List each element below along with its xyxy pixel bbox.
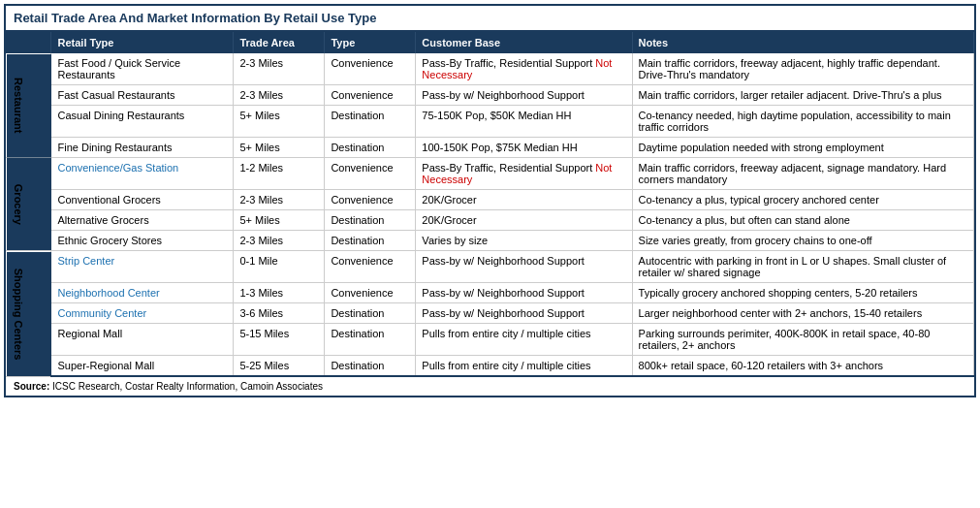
table-row: Alternative Grocers5+ MilesDestination20… [6, 210, 974, 231]
cell-type: Destination [325, 231, 416, 251]
section-label-0: Restaurant [6, 53, 51, 158]
cell-type: Destination [325, 356, 416, 377]
table-row: Regional Mall5-15 MilesDestinationPulls … [6, 324, 974, 356]
main-title: Retail Trade Area And Market Information… [6, 6, 974, 32]
cell-type: Convenience [325, 53, 416, 85]
cell-retail-type: Regional Mall [51, 324, 234, 356]
cell-customer-base: Varies by size [416, 231, 632, 251]
red-text: Not Necessary [422, 162, 612, 185]
cell-customer-base: Pulls from entire city / multiple cities [416, 356, 632, 377]
table-row: Fast Casual Restaurants2-3 MilesConvenie… [6, 85, 974, 106]
table-row: Casual Dining Restaurants5+ MilesDestina… [6, 106, 974, 138]
cell-customer-base: 20K/Grocer [416, 190, 632, 210]
table-row: Community Center3-6 MilesDestinationPass… [6, 303, 974, 324]
cell-retail-type: Community Center [51, 303, 234, 324]
cell-customer-base: Pass-By Traffic, Residential Support Not… [416, 158, 632, 190]
table-row: Ethnic Grocery Stores2-3 MilesDestinatio… [6, 231, 974, 251]
cell-retail-type: Conventional Grocers [51, 190, 234, 210]
cell-retail-type: Fine Dining Restaurants [51, 138, 234, 158]
header-row: Retail Type Trade Area Type Customer Bas… [6, 32, 974, 53]
cell-customer-base: Pass-by w/ Neighborhood Support [416, 85, 632, 106]
table-row: RestaurantFast Food / Quick Service Rest… [6, 53, 974, 85]
cell-retail-type: Alternative Grocers [51, 210, 234, 231]
cell-customer-base: 75-150K Pop, $50K Median HH [416, 106, 632, 138]
cell-customer-base: 100-150K Pop, $75K Median HH [416, 138, 632, 158]
cell-notes: Main traffic corridors, larger retailer … [632, 85, 973, 106]
cell-type: Destination [325, 138, 416, 158]
cell-retail-type: Super-Regional Mall [51, 356, 234, 377]
cell-notes: Typically grocery anchored shopping cent… [632, 283, 973, 303]
cell-trade-area: 5+ Miles [234, 138, 325, 158]
cell-type: Destination [325, 324, 416, 356]
cell-notes: Main traffic corridors, freeway adjacent… [632, 158, 973, 190]
cell-trade-area: 3-6 Miles [234, 303, 325, 324]
cell-customer-base: Pass-By Traffic, Residential Support Not… [416, 53, 632, 85]
cell-type: Convenience [325, 158, 416, 190]
cell-customer-base: 20K/Grocer [416, 210, 632, 231]
cell-trade-area: 5+ Miles [234, 210, 325, 231]
source-text: Source: ICSC Research, Costar Realty Inf… [14, 381, 323, 392]
cell-retail-type: Convenience/Gas Station [51, 158, 234, 190]
cell-customer-base: Pass-by w/ Neighborhood Support [416, 303, 632, 324]
cell-retail-type: Fast Casual Restaurants [51, 85, 234, 106]
cell-notes: Co-tenancy a plus, typical grocery ancho… [632, 190, 973, 210]
cell-type: Convenience [325, 85, 416, 106]
cell-trade-area: 5-25 Miles [234, 356, 325, 377]
cell-trade-area: 5-15 Miles [234, 324, 325, 356]
cell-retail-type: Neighborhood Center [51, 283, 234, 303]
cell-retail-type: Strip Center [51, 251, 234, 283]
data-table: Retail Type Trade Area Type Customer Bas… [6, 32, 974, 377]
cell-notes: Parking surrounds perimiter, 400K-800K i… [632, 324, 973, 356]
col-header-trade-area: Trade Area [234, 32, 325, 53]
cell-notes: Main traffic corridors, freeway adjacent… [632, 53, 973, 85]
table-row: Conventional Grocers2-3 MilesConvenience… [6, 190, 974, 210]
cell-type: Convenience [325, 283, 416, 303]
cell-trade-area: 1-2 Miles [234, 158, 325, 190]
cell-trade-area: 1-3 Miles [234, 283, 325, 303]
cell-retail-type: Casual Dining Restaurants [51, 106, 234, 138]
cell-notes: Larger neighborhood center with 2+ ancho… [632, 303, 973, 324]
source-line: Source: ICSC Research, Costar Realty Inf… [6, 377, 974, 396]
red-text: Not Necessary [422, 57, 612, 80]
col-header-spacer [6, 32, 51, 53]
table-row: GroceryConvenience/Gas Station1-2 MilesC… [6, 158, 974, 190]
cell-trade-area: 2-3 Miles [234, 231, 325, 251]
cell-trade-area: 2-3 Miles [234, 53, 325, 85]
cell-notes: Autocentric with parking in front in L o… [632, 251, 973, 283]
cell-retail-type: Fast Food / Quick Service Restaurants [51, 53, 234, 85]
table-container: Retail Trade Area And Market Information… [4, 4, 976, 397]
cell-type: Destination [325, 106, 416, 138]
col-header-notes: Notes [632, 32, 973, 53]
col-header-customer-base: Customer Base [416, 32, 632, 53]
cell-customer-base: Pass-by w/ Neighborhood Support [416, 283, 632, 303]
cell-notes: Size varies greatly, from grocery chains… [632, 231, 973, 251]
cell-customer-base: Pulls from entire city / multiple cities [416, 324, 632, 356]
cell-type: Convenience [325, 190, 416, 210]
cell-trade-area: 0-1 Mile [234, 251, 325, 283]
cell-trade-area: 2-3 Miles [234, 85, 325, 106]
table-row: Fine Dining Restaurants5+ MilesDestinati… [6, 138, 974, 158]
cell-type: Convenience [325, 251, 416, 283]
table-row: Neighborhood Center1-3 MilesConvenienceP… [6, 283, 974, 303]
cell-trade-area: 5+ Miles [234, 106, 325, 138]
col-header-retail-type: Retail Type [51, 32, 234, 53]
cell-notes: Co-tenancy a plus, but often can stand a… [632, 210, 973, 231]
col-header-type: Type [325, 32, 416, 53]
cell-trade-area: 2-3 Miles [234, 190, 325, 210]
section-label-2: Shopping Centers [6, 251, 51, 377]
section-label-1: Grocery [6, 158, 51, 251]
cell-customer-base: Pass-by w/ Neighborhood Support [416, 251, 632, 283]
cell-notes: 800k+ retail space, 60-120 retailers wit… [632, 356, 973, 377]
cell-notes: Daytime population needed with strong em… [632, 138, 973, 158]
cell-type: Destination [325, 303, 416, 324]
table-row: Super-Regional Mall5-25 MilesDestination… [6, 356, 974, 377]
cell-retail-type: Ethnic Grocery Stores [51, 231, 234, 251]
cell-notes: Co-tenancy needed, high daytime populati… [632, 106, 973, 138]
cell-type: Destination [325, 210, 416, 231]
table-row: Shopping CentersStrip Center0-1 MileConv… [6, 251, 974, 283]
